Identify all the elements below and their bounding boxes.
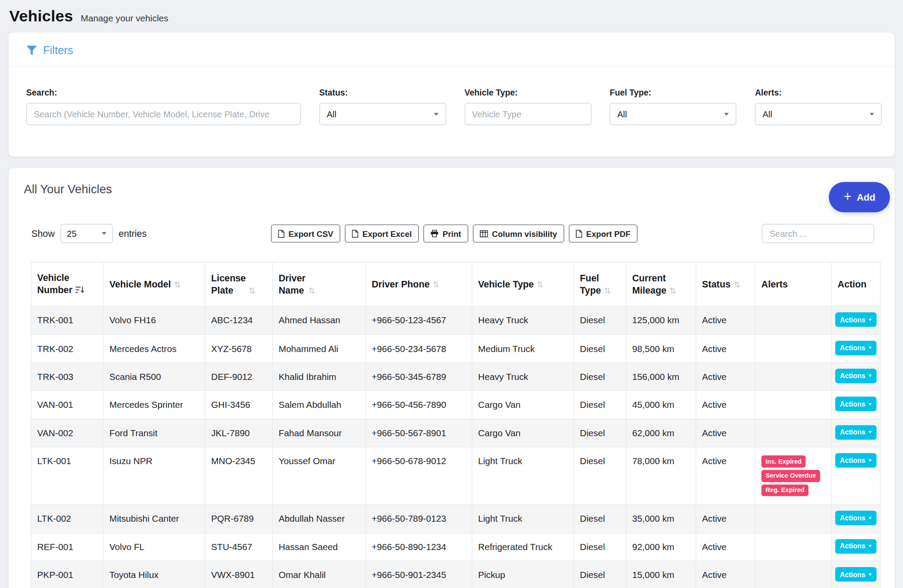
actions-dropdown-button[interactable]: Actions <box>835 425 877 439</box>
actions-dropdown-button[interactable]: Actions <box>835 511 877 525</box>
actions-dropdown-button[interactable]: Actions <box>835 312 877 327</box>
actions-dropdown-button[interactable]: Actions <box>835 567 877 581</box>
actions-dropdown-button[interactable]: Actions <box>835 453 877 468</box>
status-select[interactable]: All <box>319 103 446 125</box>
cell-driver-phone: +966-50-789-0123 <box>366 505 472 533</box>
cell-vehicle-type: Cargo Van <box>472 419 574 447</box>
cell-vehicle-number: REF-001 <box>31 533 103 561</box>
column-header-driver-name[interactable]: Driver Name⇅ <box>273 262 366 307</box>
column-header-status[interactable]: Status⇅ <box>696 262 755 307</box>
column-header-driver-phone[interactable]: Driver Phone⇅ <box>366 262 472 307</box>
cell-driver-name: Abdullah Nasser <box>273 505 366 533</box>
cell-status: Active <box>696 419 755 447</box>
cell-alerts <box>755 335 831 362</box>
actions-dropdown-button[interactable]: Actions <box>835 397 877 411</box>
table-controls-row: Show 25 entries Export CSVExport ExcelPr… <box>9 212 895 243</box>
cell-alerts: Ins. ExpiredService OverdueReg. Expired <box>755 447 831 505</box>
print-button[interactable]: Print <box>423 225 468 243</box>
export-csv-button[interactable]: Export CSV <box>271 225 340 243</box>
cell-action: Actions <box>831 533 880 561</box>
caret-down-icon <box>869 375 872 377</box>
cell-status: Active <box>696 362 755 390</box>
cell-action: Actions <box>831 561 880 588</box>
column-header-license-plate[interactable]: License Plate⇅ <box>205 262 273 307</box>
column-visibility-button[interactable]: Column visibility <box>473 225 564 243</box>
fuel-type-select-value: All <box>617 109 627 119</box>
column-header-fuel-type[interactable]: Fuel Type⇅ <box>574 262 626 307</box>
filter-group-status: Status: All <box>319 88 446 125</box>
cell-driver-name: Youssef Omar <box>273 447 366 505</box>
column-header-vehicle-number[interactable]: Vehicle Number <box>31 262 103 307</box>
column-header-vehicle-model[interactable]: Vehicle Model⇅ <box>103 262 205 307</box>
actions-dropdown-button[interactable]: Actions <box>835 369 877 383</box>
sort-arrows-icon: ⇅ <box>733 280 740 289</box>
export-button-label: Export Excel <box>363 229 412 238</box>
actions-button-label: Actions <box>840 316 865 324</box>
alerts-select[interactable]: All <box>755 103 882 125</box>
column-label: Driver Phone <box>372 279 430 289</box>
cell-vehicle-type: Pickup <box>472 561 574 588</box>
cell-fuel-type: Diesel <box>574 561 626 588</box>
cell-vehicle-number: TRK-002 <box>31 335 103 362</box>
cell-vehicle-type: Heavy Truck <box>472 306 574 334</box>
chevron-down-icon <box>102 232 106 235</box>
filter-funnel-icon <box>26 45 37 56</box>
caret-down-icon <box>869 347 872 349</box>
vehicle-type-filter-label: Vehicle Type: <box>465 88 592 97</box>
search-filter-input[interactable] <box>26 103 301 125</box>
table-search-input[interactable] <box>762 224 874 243</box>
cell-driver-phone: +966-50-456-7890 <box>366 391 472 419</box>
actions-button-label: Actions <box>840 570 865 578</box>
cell-license-plate: JKL-7890 <box>205 419 273 447</box>
alert-badge: Service Overdue <box>761 470 820 482</box>
actions-button-label: Actions <box>840 542 865 550</box>
vehicle-row-trk-001: TRK-001Volvo FH16ABC-1234Ahmed Hassan+96… <box>31 306 880 334</box>
fuel-type-filter-label: Fuel Type: <box>610 88 737 97</box>
actions-button-label: Actions <box>840 514 865 522</box>
cell-current-mileage: 45,000 km <box>626 391 696 419</box>
vehicle-type-filter-input[interactable] <box>465 103 592 125</box>
cell-driver-name: Salem Abdullah <box>273 391 366 419</box>
cell-vehicle-type: Heavy Truck <box>472 362 574 390</box>
column-header-vehicle-type[interactable]: Vehicle Type⇅ <box>472 262 574 307</box>
cell-current-mileage: 15,000 km <box>626 561 696 588</box>
cell-vehicle-type: Medium Truck <box>472 335 574 362</box>
column-label: Driver Name <box>279 272 306 296</box>
add-vehicle-button[interactable]: + Add <box>829 182 890 212</box>
filters-title: Filters <box>43 44 73 57</box>
vehicles-card-title: All Your Vehicles <box>24 182 112 196</box>
status-select-value: All <box>327 109 336 119</box>
export-pdf-button[interactable]: Export PDF <box>569 225 638 243</box>
cell-alerts <box>755 391 831 419</box>
column-label: Status <box>702 279 730 289</box>
vehicle-row-trk-002: TRK-002Mercedes ActrosXYZ-5678Mohammed A… <box>31 335 880 362</box>
actions-dropdown-button[interactable]: Actions <box>835 539 877 554</box>
cell-status: Active <box>696 306 755 334</box>
cell-status: Active <box>696 391 755 419</box>
caret-down-icon <box>869 573 872 575</box>
filter-group-search: Search: <box>26 88 301 125</box>
plus-icon: + <box>844 190 852 203</box>
actions-button-label: Actions <box>840 344 865 352</box>
fuel-type-select[interactable]: All <box>610 103 737 125</box>
cell-vehicle-type: Light Truck <box>472 447 574 505</box>
vehicles-table-body: TRK-001Volvo FH16ABC-1234Ahmed Hassan+96… <box>31 306 880 588</box>
column-label: Fuel Type <box>580 272 601 296</box>
cell-license-plate: VWX-8901 <box>205 561 273 588</box>
actions-dropdown-button[interactable]: Actions <box>835 341 877 355</box>
column-label: Alerts <box>761 279 787 289</box>
page-length-select[interactable]: 25 <box>61 224 113 243</box>
cell-action: Actions <box>831 306 880 334</box>
sort-arrows-icon: ⇅ <box>174 280 181 289</box>
alert-badge: Reg. Expired <box>761 484 808 496</box>
export-excel-button[interactable]: Export Excel <box>345 225 419 243</box>
column-label: License Plate <box>211 272 246 296</box>
filter-group-fuel-type: Fuel Type: All <box>610 88 737 125</box>
cell-alerts <box>755 505 831 533</box>
filter-group-vehicle-type: Vehicle Type: <box>465 88 592 125</box>
cell-license-plate: ABC-1234 <box>205 306 273 334</box>
cell-fuel-type: Diesel <box>574 447 626 505</box>
column-header-current-mileage[interactable]: Current Mileage⇅ <box>626 262 696 307</box>
sort-arrows-icon: ⇅ <box>604 286 611 295</box>
cell-vehicle-number: LTK-001 <box>31 447 103 505</box>
